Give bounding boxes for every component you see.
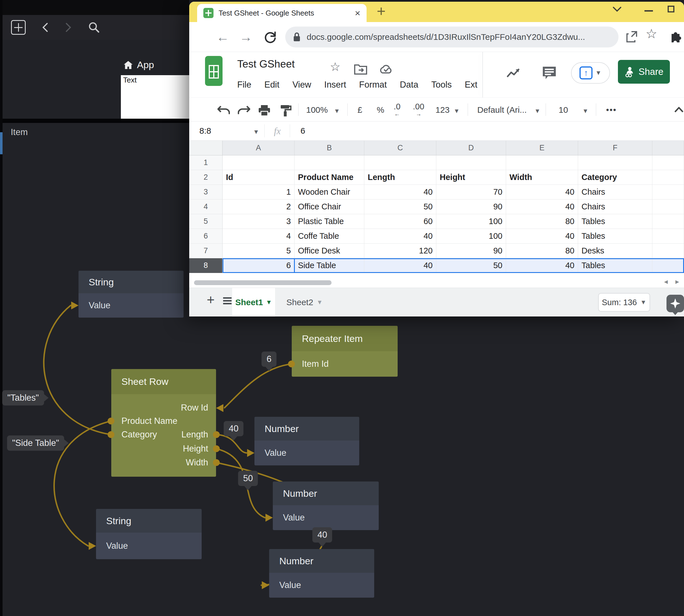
grid-cell[interactable] bbox=[652, 244, 684, 258]
zoom-select[interactable]: 100% bbox=[306, 105, 328, 115]
port-value[interactable]: Value bbox=[265, 447, 287, 459]
grid-cell[interactable]: 40 bbox=[364, 258, 436, 273]
grid-cell[interactable] bbox=[652, 185, 684, 199]
item-node-label[interactable]: Item bbox=[11, 127, 28, 137]
format-percent-button[interactable]: % bbox=[377, 105, 384, 115]
grid-cell[interactable]: Product Name bbox=[295, 170, 364, 185]
chevron-down-icon[interactable]: ▼ bbox=[317, 299, 323, 306]
sheet-tab-sheet1[interactable]: Sheet1 ▼ bbox=[232, 288, 275, 316]
grid-cell[interactable]: Width bbox=[506, 170, 578, 185]
grid-cell[interactable]: 90 bbox=[436, 244, 506, 258]
chevron-down-icon[interactable]: ▼ bbox=[582, 107, 589, 115]
port-width[interactable]: Width bbox=[186, 457, 208, 468]
formula-input[interactable]: 6 bbox=[300, 126, 305, 136]
grid-cell[interactable] bbox=[652, 170, 684, 185]
grid-cell[interactable]: 2 bbox=[223, 199, 295, 214]
port-value[interactable]: Value bbox=[279, 579, 301, 591]
port-length[interactable]: Length bbox=[181, 429, 208, 440]
grid-cell[interactable]: 6 bbox=[223, 258, 295, 273]
port-dot[interactable] bbox=[108, 418, 114, 424]
menu-tools[interactable]: Tools bbox=[431, 80, 452, 90]
menu-extensions[interactable]: Ext bbox=[465, 80, 478, 90]
grid-cell[interactable]: 90 bbox=[436, 199, 506, 214]
port-row-id[interactable]: Row Id bbox=[181, 402, 208, 413]
grid-cell[interactable] bbox=[652, 199, 684, 214]
menu-edit[interactable]: Edit bbox=[264, 80, 279, 90]
node-repeater-item[interactable]: Repeater Item Item Id bbox=[292, 326, 397, 377]
reload-icon[interactable] bbox=[263, 30, 277, 44]
add-sheet-button[interactable]: + bbox=[207, 292, 214, 307]
window-minimize-icon[interactable] bbox=[644, 10, 653, 12]
row-header[interactable]: 5 bbox=[189, 214, 223, 229]
grid-cell[interactable]: Tables bbox=[578, 214, 652, 229]
grid-cell[interactable]: 100 bbox=[436, 214, 506, 229]
all-sheets-icon[interactable] bbox=[223, 297, 232, 306]
more-toolbar-button[interactable]: ••• bbox=[606, 105, 617, 115]
more-formats-button[interactable]: 123 bbox=[435, 105, 450, 115]
node-string-2[interactable]: String Value bbox=[96, 509, 202, 559]
port-dot[interactable] bbox=[213, 445, 220, 452]
nav-forward-icon[interactable] bbox=[65, 22, 72, 33]
comments-icon[interactable] bbox=[542, 66, 557, 80]
redo-icon[interactable] bbox=[238, 106, 250, 115]
share-page-icon[interactable] bbox=[625, 30, 638, 44]
port-value[interactable]: Value bbox=[89, 300, 110, 311]
format-currency-button[interactable]: £ bbox=[358, 105, 362, 115]
port-product-name[interactable]: Product Name bbox=[121, 415, 177, 427]
grid-cell[interactable]: Plastic Table bbox=[295, 214, 364, 229]
column-header[interactable]: B bbox=[295, 141, 364, 155]
window-maximize-icon[interactable] bbox=[668, 6, 675, 13]
menu-data[interactable]: Data bbox=[400, 80, 418, 90]
add-node-icon[interactable] bbox=[11, 20, 26, 35]
present-button[interactable]: ↑ ▼ bbox=[571, 62, 610, 84]
app-preview-canvas[interactable]: Text bbox=[121, 75, 190, 119]
print-icon[interactable] bbox=[258, 105, 271, 116]
grid-cell[interactable] bbox=[223, 155, 295, 170]
port-dot[interactable] bbox=[213, 459, 220, 466]
horizontal-scrollbar[interactable] bbox=[194, 280, 332, 285]
font-size-select[interactable]: 10 bbox=[558, 105, 568, 115]
grid-cell[interactable] bbox=[506, 155, 578, 170]
grid-cell[interactable] bbox=[295, 155, 364, 170]
scroll-left-icon[interactable]: ◂ bbox=[660, 277, 671, 286]
menu-file[interactable]: File bbox=[237, 80, 251, 90]
forward-icon[interactable]: → bbox=[240, 29, 252, 45]
grid-cell[interactable]: 40 bbox=[506, 185, 578, 199]
node-number-1[interactable]: Number Value bbox=[254, 417, 359, 465]
node-number-2[interactable]: Number Value bbox=[273, 482, 379, 530]
wire-itemid-to-rowid[interactable] bbox=[225, 364, 292, 408]
font-select[interactable]: Default (Ari... bbox=[477, 105, 530, 115]
node-string-1[interactable]: String Value bbox=[78, 271, 184, 317]
node-sheet-row[interactable]: Sheet Row Row Id Product Name Category L… bbox=[111, 369, 216, 477]
paint-format-icon[interactable] bbox=[279, 105, 292, 117]
grid-cell[interactable]: 40 bbox=[364, 185, 436, 199]
grid-cell[interactable] bbox=[652, 214, 684, 229]
grid-cell[interactable]: 50 bbox=[364, 199, 436, 214]
grid-cell[interactable]: Height bbox=[436, 170, 506, 185]
row-header[interactable]: 6 bbox=[189, 229, 223, 244]
grid-cell[interactable]: Chairs bbox=[578, 199, 652, 214]
menu-format[interactable]: Format bbox=[359, 80, 387, 90]
grid-cell[interactable]: Tables bbox=[578, 229, 652, 244]
chevron-down-icon[interactable]: ▼ bbox=[640, 299, 646, 306]
port-value[interactable]: Value bbox=[283, 512, 305, 523]
grid-cell[interactable]: 5 bbox=[223, 244, 295, 258]
column-header[interactable]: A bbox=[223, 141, 295, 155]
column-header[interactable] bbox=[652, 141, 684, 155]
grid-cell[interactable]: 50 bbox=[436, 258, 506, 273]
grid-cell[interactable]: 3 bbox=[223, 214, 295, 229]
sum-status-button[interactable]: Sum: 136 ▼ bbox=[598, 293, 650, 312]
grid-cell[interactable]: Office Chair bbox=[295, 199, 364, 214]
menu-insert[interactable]: Insert bbox=[324, 80, 346, 90]
grid-cell[interactable] bbox=[652, 258, 684, 273]
collapse-toolbar-icon[interactable] bbox=[674, 106, 684, 113]
select-all-corner[interactable] bbox=[189, 141, 223, 155]
port-value[interactable]: Value bbox=[106, 540, 128, 552]
port-dot[interactable] bbox=[108, 431, 114, 438]
search-icon[interactable] bbox=[88, 21, 100, 34]
column-header[interactable]: E bbox=[506, 141, 578, 155]
row-header[interactable]: 2 bbox=[189, 170, 223, 185]
chevron-down-icon[interactable]: ▼ bbox=[595, 69, 601, 76]
grid-cell[interactable]: Office Desk bbox=[295, 244, 364, 258]
grid-cell[interactable]: 120 bbox=[364, 244, 436, 258]
